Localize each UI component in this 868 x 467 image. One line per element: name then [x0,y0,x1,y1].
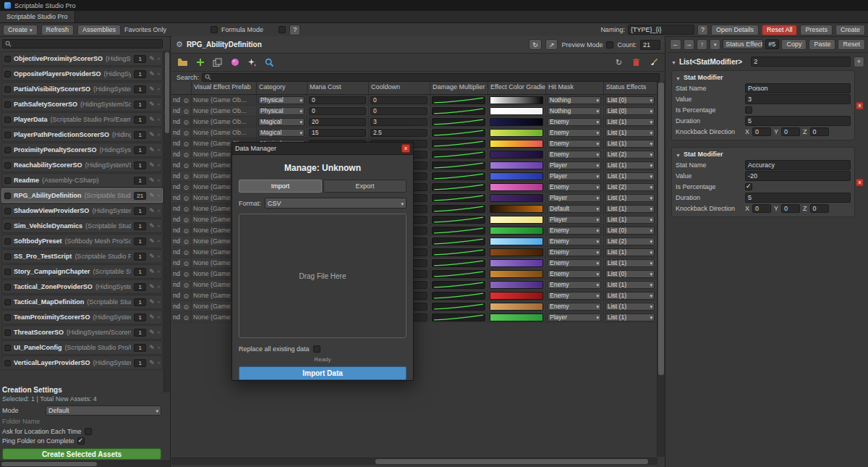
naming-help-button[interactable]: ? [697,25,708,35]
nav-menu-button[interactable] [710,39,720,50]
type-select-checkbox[interactable] [4,208,11,214]
list-size-field[interactable]: 2 [751,56,851,67]
status-effects-dropdown[interactable]: List (0) [605,227,655,235]
sidebar-type-item[interactable]: ShadowViewProviderSO (HidingSystem/Provi… [1,203,163,218]
type-select-checkbox[interactable] [4,299,11,306]
type-select-checkbox[interactable] [4,238,11,245]
sidebar-type-item[interactable]: ThreatScorerSO (HidingSystem/Scorers/Th … [1,325,163,340]
edit-icon[interactable]: ✎ [149,101,155,108]
category-dropdown[interactable]: Magical [258,129,305,137]
knockback-x-field[interactable]: 0 [752,127,771,136]
ping-icon[interactable]: ◦ [158,329,160,336]
column-header[interactable] [171,82,192,94]
sidebar-type-item[interactable]: RPG_AbilityDefinition (Scriptable Studio… [1,188,163,203]
hit-mask-dropdown[interactable]: Enemy [548,270,601,278]
status-effects-dropdown[interactable]: List (1) [605,281,655,289]
open-external-button[interactable]: ↗ [545,39,558,50]
damage-multiplier-curve[interactable] [432,96,485,104]
duplicate-icon[interactable] [211,56,224,69]
status-effects-dropdown[interactable]: List (1) [605,314,655,321]
object-picker-icon[interactable] [183,292,189,300]
category-dropdown[interactable]: Physical [258,96,305,104]
status-effects-dropdown[interactable]: List (1) [605,216,655,224]
table-hscrollbar-thumb[interactable] [375,459,647,464]
mana-cost-field[interactable]: 0 [309,96,366,104]
edit-icon[interactable]: ✎ [149,269,155,275]
hit-mask-dropdown[interactable]: Enemy [548,237,601,245]
sparkles-icon[interactable] [246,56,258,69]
effect-color-gradient[interactable] [490,314,543,321]
column-header[interactable]: Status Effects [604,82,658,94]
damage-multiplier-curve[interactable] [432,129,485,137]
file-dropzone[interactable]: Drag File Here [239,214,407,338]
sidebar-type-item[interactable]: VerticalLayerProviderSO (HidingSystem/Pr… [1,355,163,370]
damage-multiplier-curve[interactable] [432,248,485,256]
format-dropdown[interactable]: CSV [265,198,407,209]
replace-checkbox[interactable] [313,345,320,353]
status-effects-dropdown[interactable]: List (0) [605,270,655,278]
status-effects-dropdown[interactable]: List (1) [605,259,655,267]
ping-icon[interactable]: ◦ [158,269,160,275]
add-row-icon[interactable] [194,56,206,69]
sidebar-scrollbar[interactable] [163,51,170,392]
table-row[interactable]: nd None (Game Ob... Magical 15 2.5 Enemy… [171,127,658,138]
object-picker-icon[interactable] [183,161,189,169]
count-field[interactable]: 21 [640,40,660,50]
stat-modifier-foldout[interactable]: Stat Modifier [676,149,851,159]
edit-icon[interactable]: ✎ [149,117,155,123]
edit-icon[interactable]: ✎ [149,86,155,93]
object-picker-icon[interactable] [183,96,189,104]
stat-name-field[interactable]: Accuracy [745,160,851,170]
edit-icon[interactable]: ✎ [149,223,155,230]
ping-icon[interactable]: ◦ [158,101,160,108]
refresh-button[interactable]: Refresh [41,25,75,35]
status-effects-dropdown[interactable]: List (2) [605,151,655,159]
column-header[interactable]: Category [257,82,307,94]
damage-multiplier-curve[interactable] [432,259,485,267]
type-select-checkbox[interactable] [4,177,11,184]
sidebar-search-input[interactable] [2,39,163,49]
object-picker-icon[interactable] [183,216,189,224]
hit-mask-dropdown[interactable]: Player [548,194,601,202]
folder-icon[interactable] [176,56,189,69]
sidebar-hscrollbar-thumb[interactable] [1,462,97,466]
table-hscrollbar[interactable] [171,458,658,465]
edit-icon[interactable]: ✎ [149,238,155,245]
edit-icon[interactable]: ✎ [149,56,155,62]
search-tool-icon[interactable] [263,56,276,69]
status-effects-dropdown[interactable]: List (1) [605,161,655,169]
status-effects-dropdown[interactable]: List (1) [605,172,655,180]
damage-multiplier-curve[interactable] [432,227,485,235]
duration-field[interactable]: 5 [745,116,851,126]
table-vscrollbar-thumb[interactable] [658,83,664,375]
sidebar-type-item[interactable]: Sim_VehicleDynamics (Scriptable Studio P… [1,219,163,233]
effect-color-gradient[interactable] [490,194,543,202]
open-details-button[interactable]: Open Details [711,25,759,35]
hit-mask-dropdown[interactable]: Enemy [548,292,601,300]
category-dropdown[interactable]: Physical [258,107,305,115]
effect-color-gradient[interactable] [490,107,543,115]
hit-mask-dropdown[interactable]: Enemy [548,227,601,235]
edit-icon[interactable]: ✎ [149,208,155,214]
effect-color-gradient[interactable] [490,140,543,148]
hit-mask-dropdown[interactable]: Player [548,216,601,224]
ping-icon[interactable]: ◦ [158,360,160,366]
edit-icon[interactable]: ✎ [149,329,155,336]
sidebar-type-item[interactable]: UI_PanelConfig (Scriptable Studio Pro/Ex… [1,340,163,355]
sidebar-type-item[interactable]: Tactical_ZoneProviderSO (HidingSystem/Pr… [1,279,163,294]
edit-icon[interactable]: ✎ [149,193,155,199]
create-dropdown-button[interactable]: Create [3,25,38,35]
hit-mask-dropdown[interactable]: Player [548,161,601,169]
damage-multiplier-curve[interactable] [432,161,485,169]
sidebar-type-item[interactable]: PlayerPathPredictionScorerSO (HidingSys … [1,127,163,142]
presets-button[interactable]: Presets [800,25,833,35]
type-select-checkbox[interactable] [4,360,11,366]
ping-icon[interactable]: ◦ [158,223,160,230]
visual-effect-prefab-field[interactable]: None (Game Ob... [193,107,247,114]
damage-multiplier-curve[interactable] [432,303,485,311]
cooldown-field[interactable]: 0 [370,107,427,115]
damage-multiplier-curve[interactable] [432,172,485,180]
hit-mask-dropdown[interactable]: Enemy [548,118,601,126]
effect-color-gradient[interactable] [490,227,543,235]
object-picker-icon[interactable] [183,248,189,256]
